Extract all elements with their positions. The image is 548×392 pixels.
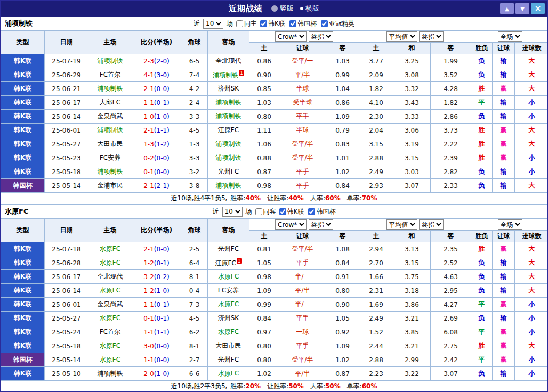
avg-away-cell: 2.95 xyxy=(431,284,471,298)
handicap-result-cell: 输 xyxy=(493,312,515,325)
league-filter[interactable]: 韩K联 xyxy=(260,19,285,28)
summary-stat: 让胜率:40% xyxy=(267,194,304,203)
league-filter[interactable]: 亚冠精英 xyxy=(321,19,354,28)
home-odds-cell: 0.98 xyxy=(249,179,279,193)
radio-icon[interactable] xyxy=(300,7,303,10)
odds-handicap-header: 让球 xyxy=(279,43,326,54)
corner-cell: 3-3 xyxy=(181,110,208,124)
bookmaker-select[interactable]: Crow* xyxy=(275,31,307,42)
avg-away-cell: 4.27 xyxy=(431,298,471,312)
scope-select[interactable]: 全场 xyxy=(498,31,522,42)
same-venue-filter[interactable]: 同主 xyxy=(236,19,257,28)
avg-home-cell: 2.23 xyxy=(359,367,393,381)
avg-home-cell: 2.04 xyxy=(359,124,393,137)
avg-draw-cell: 3.03 xyxy=(393,165,431,179)
bookmaker-select[interactable]: Crow* xyxy=(275,219,307,230)
match-count-select[interactable]: 10 xyxy=(222,207,243,217)
result-cell: 负 xyxy=(471,256,493,270)
layout-option[interactable]: 横版 xyxy=(300,4,319,13)
avg-away-cell: 2.22 xyxy=(431,137,471,151)
league-checkbox[interactable] xyxy=(260,20,267,27)
league-cell: 韩K联 xyxy=(1,284,45,298)
scope-select[interactable]: 全场 xyxy=(498,219,522,230)
layout-option[interactable]: 竖版 xyxy=(271,4,294,13)
handicap-result-cell: 输 xyxy=(493,179,515,193)
same-venue-filter[interactable]: 同客 xyxy=(255,207,276,216)
odds-away-header: 客 xyxy=(326,43,359,54)
league-filter[interactable]: 韩K联 xyxy=(279,207,304,216)
league-checkbox[interactable] xyxy=(321,20,328,27)
league-filter[interactable]: 韩国杯 xyxy=(289,19,317,28)
result-cell: 平 xyxy=(471,325,493,339)
odds-home-header: 主 xyxy=(249,231,279,242)
home-odds-cell: 0.98 xyxy=(249,270,279,284)
home-team-cell: 水原FC xyxy=(88,339,132,353)
radio-icon[interactable] xyxy=(271,5,278,12)
handicap-result-cell: 赢 xyxy=(493,137,515,151)
avg-draw-cell: 3.15 xyxy=(393,256,431,270)
average-select[interactable]: 平均值 xyxy=(386,219,417,230)
avg-away-cell: 2.39 xyxy=(431,151,471,165)
summary-row: 近10场,胜2平3负5, 胜率:20%让胜率:50%大率:50%单率:60% xyxy=(1,381,547,392)
handicap-result-cell: 赢 xyxy=(493,151,515,165)
summary-stats: 胜率:20%让胜率:50%大率:50%单率:60% xyxy=(230,382,377,391)
corner-cell: 1-3 xyxy=(181,137,208,151)
result-cell: 胜 xyxy=(471,339,493,353)
match-row: 韩K联25-07-19浦项制铁2-3(2-0)6-5全北现代0.86受平/一1.… xyxy=(1,54,548,68)
handicap-result-cell: 赢 xyxy=(493,325,515,339)
league-checkbox[interactable] xyxy=(308,208,315,215)
avg-home-cell: 2.93 xyxy=(359,179,393,193)
corner-cell: 8-1 xyxy=(181,270,208,284)
corner-cell: 4-5 xyxy=(181,312,208,325)
result-cell: 负 xyxy=(471,312,493,325)
league-checkbox[interactable] xyxy=(279,208,286,215)
col-type-header: 类型 xyxy=(1,219,45,242)
result-header: 胜负 xyxy=(471,231,493,242)
handicap-cell: 半球 xyxy=(279,82,326,96)
col-away-header: 客场 xyxy=(208,219,249,242)
same-venue-label: 同主 xyxy=(244,19,257,28)
score-cell: 0-2(0-0) xyxy=(132,151,181,165)
handicap-result-header: 让球 xyxy=(493,43,515,54)
close-button[interactable]: × xyxy=(531,3,545,14)
handicap-cell: 受半球 xyxy=(279,96,326,110)
corner-cell: 2-4 xyxy=(181,96,208,110)
same-venue-checkbox[interactable] xyxy=(255,208,262,215)
league-cell: 韩K联 xyxy=(1,339,45,353)
away-odds-cell: 1.08 xyxy=(326,242,359,256)
match-count-select[interactable]: 10 xyxy=(203,19,223,29)
away-team-cell: 光州FC xyxy=(208,242,249,256)
date-cell: 25-07-18 xyxy=(45,242,88,256)
match-row: 韩K联25-06-28水原FC1-2(0-1)6-4江原FC11.05平手0.8… xyxy=(1,256,548,270)
goals-result-cell: 小 xyxy=(515,367,548,381)
final-average-select[interactable]: 终指 xyxy=(419,31,444,42)
avg-away-header: 客 xyxy=(431,231,471,242)
league-cell: 韩K联 xyxy=(1,124,45,137)
date-cell: 25-06-29 xyxy=(45,68,88,82)
match-rows: 韩K联25-07-19浦项制铁2-3(2-0)6-5全北现代0.86受平/一1.… xyxy=(1,54,548,193)
league-filter[interactable]: 韩国杯 xyxy=(308,207,335,216)
average-select[interactable]: 平均值 xyxy=(386,31,417,42)
score-cell: 2-3(2-0) xyxy=(132,54,181,68)
score-cell: 2-0(1-0) xyxy=(132,367,181,381)
handicap-result-cell: 赢 xyxy=(493,339,515,353)
avg-draw-cell: 3.19 xyxy=(393,137,431,151)
avg-draw-cell: 2.99 xyxy=(393,353,431,367)
match-row: 韩K联25-07-18水原FC2-1(0-0)2-5光州FC0.81受平/半1.… xyxy=(1,242,548,256)
games-label: 场 xyxy=(246,207,252,216)
final-odds-select[interactable]: 终指 xyxy=(309,219,333,230)
same-venue-checkbox[interactable] xyxy=(236,20,243,27)
league-cell: 韩国杯 xyxy=(1,179,45,193)
league-checkbox[interactable] xyxy=(289,20,296,27)
home-odds-cell: 0.85 xyxy=(249,82,279,96)
close-icon: × xyxy=(535,4,542,13)
league-cell: 韩K联 xyxy=(1,242,45,256)
handicap-cell: 半/一 xyxy=(279,270,326,284)
final-average-select[interactable]: 终指 xyxy=(419,219,444,230)
scroll-up-button[interactable]: ▲ xyxy=(500,3,514,14)
avg-draw-cell: 3.13 xyxy=(393,242,431,256)
avg-away-cell: 2.75 xyxy=(431,339,471,353)
handicap-cell: 平手 xyxy=(279,179,326,193)
scroll-down-button[interactable]: ▼ xyxy=(515,3,529,14)
final-odds-select[interactable]: 终指 xyxy=(309,31,333,42)
